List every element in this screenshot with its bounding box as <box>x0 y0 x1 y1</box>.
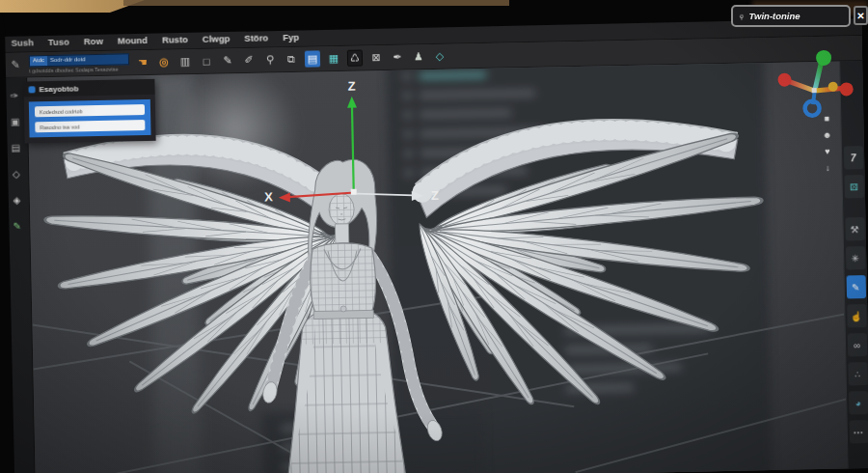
nav-orientation-gizmo[interactable] <box>768 45 858 126</box>
background-wall-strip-dark <box>123 0 509 6</box>
copy-icon[interactable]: ⧉ <box>284 51 299 68</box>
dots-tool-icon[interactable]: ∴ <box>848 362 867 385</box>
nav-gizmo-center <box>812 88 817 93</box>
menu-item-2[interactable]: Row <box>84 36 103 46</box>
wirebox-icon[interactable]: ▦ <box>326 50 341 67</box>
ring-icon[interactable]: ◎ <box>156 53 172 70</box>
pencil-icon[interactable]: ✎ <box>220 52 235 69</box>
search-box[interactable]: ⌕ Twin-tonine <box>731 5 851 27</box>
magnifier-icon[interactable]: ⚲ <box>262 51 278 68</box>
arrow-down-chip-icon[interactable]: ↓ <box>820 161 835 175</box>
menu-item-6[interactable]: Störo <box>244 32 268 42</box>
address-segment: Atdc <box>30 56 47 66</box>
quill-icon[interactable]: ✒ <box>390 49 405 66</box>
nav-axis-red-ball-right[interactable] <box>840 82 854 96</box>
person-icon[interactable]: ♟ <box>411 48 426 65</box>
menu-item-0[interactable]: Sush <box>11 37 33 47</box>
svg-text:Z: Z <box>431 188 439 203</box>
object-panel: Esayobtob Kodedsod codrtob Rasodno tsa v… <box>23 79 155 144</box>
address-caption: t gdsotdds dbodtec Sodaps Tessovtse <box>29 66 129 73</box>
svg-text:X: X <box>264 189 273 204</box>
frame-icon[interactable]: □ <box>199 53 214 70</box>
app-window: Sush Tuso Row Mound Rusto Clwgp Störo Fy… <box>1 16 868 473</box>
list-item[interactable]: Kodedsod codrtob <box>35 104 145 117</box>
select-icon[interactable]: ▣ <box>8 114 23 130</box>
folder-icon[interactable]: ▤ <box>305 50 320 67</box>
tag-icon[interactable]: ✐ <box>241 52 257 69</box>
nav-axis-green-ball[interactable] <box>816 50 831 66</box>
more-tool-icon[interactable]: ••• <box>849 420 868 443</box>
cube-icon[interactable]: ◇ <box>432 48 448 65</box>
hand-tool-icon[interactable]: ☝ <box>847 304 866 327</box>
menu-item-5[interactable]: Clwgp <box>203 33 231 44</box>
hammer-tool-icon[interactable]: ⚒ <box>845 217 864 240</box>
seven-flag-tool-icon[interactable]: 7 <box>843 146 862 169</box>
dropper-icon[interactable]: ✑ <box>7 88 22 104</box>
address-field[interactable]: Atdc Sodr-ddr dotd t gdsotdds dbodtec So… <box>29 53 129 73</box>
hand-icon[interactable]: ☚ <box>135 54 150 70</box>
draw-icon[interactable]: ✎ <box>10 218 25 235</box>
pen-icon[interactable]: ✎ <box>8 57 23 73</box>
view-chips-column: ■ ☻ ♥ ↓ <box>819 112 835 175</box>
brush-tool-icon[interactable]: ✎ <box>846 275 865 298</box>
square-chip-icon[interactable]: ■ <box>819 112 834 125</box>
search-close-button[interactable]: ✕ <box>854 6 868 25</box>
image-icon[interactable]: ⊠ <box>368 49 384 66</box>
angel-figure <box>257 158 446 473</box>
panel-icon <box>28 86 35 93</box>
menu-item-7[interactable]: Fyp <box>283 32 299 42</box>
star-tool-icon[interactable]: ✳ <box>845 246 864 269</box>
list-item[interactable]: Rasodno tsa vod <box>35 120 145 132</box>
object-panel-body: Kodedsod codrtob Rasodno tsa vod <box>24 95 156 144</box>
trash-icon[interactable]: ♺ <box>347 49 363 66</box>
dice-tool-icon[interactable]: ⚄ <box>844 175 863 198</box>
photographed-monitor: Sush Tuso Row Mound Rusto Clwgp Störo Fy… <box>0 0 868 473</box>
menu-item-4[interactable]: Rusto <box>162 34 188 45</box>
person-chip-icon[interactable]: ☻ <box>820 128 835 142</box>
address-value: Sodr-ddr dotd <box>47 55 89 66</box>
mesh-icon[interactable]: ◈ <box>9 192 24 209</box>
menu-item-1[interactable]: Tuso <box>48 37 69 47</box>
svg-text:Z: Z <box>347 79 355 94</box>
nav-axis-red-ball-left[interactable] <box>777 73 791 87</box>
link-tool-icon[interactable]: ∞ <box>847 333 866 356</box>
search-text: Twin-tonine <box>749 11 800 21</box>
menu-item-3[interactable]: Mound <box>118 35 148 46</box>
object-panel-title: Esayobtob <box>39 84 78 94</box>
layers-icon[interactable]: ▤ <box>8 140 23 156</box>
poly-icon[interactable]: ◇ <box>9 166 24 182</box>
nav-axis-blue-ring[interactable] <box>804 100 819 115</box>
badge-icon[interactable]: ▥ <box>177 53 193 70</box>
search-icon: ⌕ <box>736 10 747 21</box>
gizmo-origin-handle[interactable] <box>351 189 357 195</box>
sphere-tool-icon[interactable]: ◕ <box>849 391 868 414</box>
wing-right <box>411 126 767 413</box>
selection-block: Kodedsod codrtob Rasodno tsa vod <box>29 99 151 138</box>
heart-chip-icon[interactable]: ♥ <box>820 145 835 158</box>
